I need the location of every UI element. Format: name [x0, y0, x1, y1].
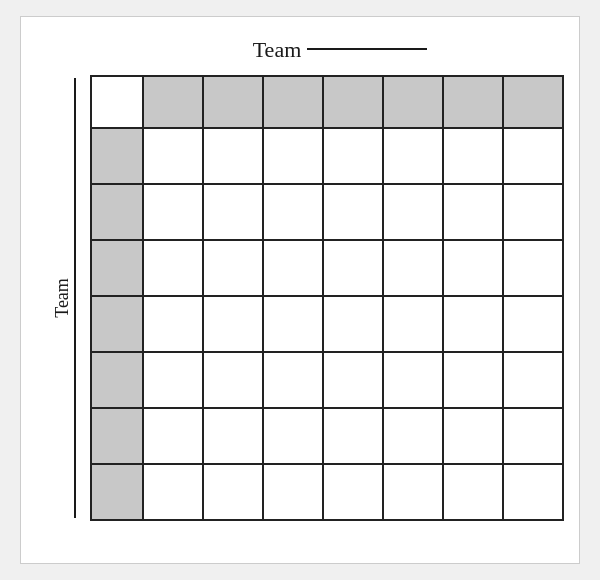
table-row[interactable]: [92, 297, 144, 353]
table-row[interactable]: [144, 241, 204, 297]
table-row[interactable]: [384, 241, 444, 297]
table-row[interactable]: [204, 353, 264, 409]
table-row[interactable]: [264, 353, 324, 409]
grid-wrapper: Team: [56, 75, 564, 521]
table-row[interactable]: [204, 77, 264, 129]
page: Team Team: [20, 16, 580, 564]
table-row[interactable]: [384, 185, 444, 241]
table-row[interactable]: [144, 297, 204, 353]
table-row[interactable]: [204, 129, 264, 185]
table-row[interactable]: [204, 409, 264, 465]
table-row[interactable]: [264, 465, 324, 521]
table-row[interactable]: [144, 129, 204, 185]
table-row[interactable]: [264, 297, 324, 353]
table-row[interactable]: [444, 353, 504, 409]
table-row[interactable]: [144, 185, 204, 241]
table-row[interactable]: [264, 241, 324, 297]
vertical-label: Team: [52, 278, 73, 318]
table-row[interactable]: [444, 465, 504, 521]
header-title: Team: [253, 37, 302, 63]
table-row[interactable]: [204, 465, 264, 521]
table-row[interactable]: [324, 465, 384, 521]
table-row[interactable]: [264, 129, 324, 185]
table-row[interactable]: [384, 297, 444, 353]
table-row[interactable]: [384, 465, 444, 521]
table-row[interactable]: [444, 409, 504, 465]
vertical-line: [74, 78, 76, 518]
table-row[interactable]: [504, 129, 564, 185]
table-row[interactable]: [504, 297, 564, 353]
table-row[interactable]: [324, 297, 384, 353]
table-row[interactable]: [264, 409, 324, 465]
table-row[interactable]: [92, 241, 144, 297]
table-row[interactable]: [504, 353, 564, 409]
table-row[interactable]: [384, 409, 444, 465]
table-row[interactable]: [504, 465, 564, 521]
table-row[interactable]: [444, 297, 504, 353]
table-row[interactable]: [444, 77, 504, 129]
table-row[interactable]: [504, 409, 564, 465]
table-row[interactable]: [384, 77, 444, 129]
table-row[interactable]: [144, 353, 204, 409]
table-row[interactable]: [324, 241, 384, 297]
table-row[interactable]: [504, 241, 564, 297]
table-row[interactable]: [324, 409, 384, 465]
table-row[interactable]: [92, 77, 144, 129]
table-row[interactable]: [92, 129, 144, 185]
table-row[interactable]: [444, 241, 504, 297]
vertical-label-area: Team: [56, 78, 86, 518]
table-row[interactable]: [92, 353, 144, 409]
table-row[interactable]: [144, 409, 204, 465]
table-row[interactable]: [92, 409, 144, 465]
header-area: Team: [61, 37, 559, 63]
table-row[interactable]: [204, 241, 264, 297]
table-row[interactable]: [92, 185, 144, 241]
table-row[interactable]: [324, 129, 384, 185]
table-row[interactable]: [504, 185, 564, 241]
table-row[interactable]: [264, 185, 324, 241]
table-row[interactable]: [264, 77, 324, 129]
header-underline: [307, 48, 427, 50]
table-row[interactable]: [204, 185, 264, 241]
table-row[interactable]: [444, 185, 504, 241]
table-row[interactable]: [92, 465, 144, 521]
table-row[interactable]: [324, 353, 384, 409]
table-row[interactable]: [144, 465, 204, 521]
table-row[interactable]: [324, 77, 384, 129]
grid-container: [90, 75, 564, 521]
table-row[interactable]: [444, 129, 504, 185]
table-row[interactable]: [384, 353, 444, 409]
table-row[interactable]: [144, 77, 204, 129]
table-row[interactable]: [204, 297, 264, 353]
table-row[interactable]: [504, 77, 564, 129]
table-row[interactable]: [324, 185, 384, 241]
table-row[interactable]: [384, 129, 444, 185]
